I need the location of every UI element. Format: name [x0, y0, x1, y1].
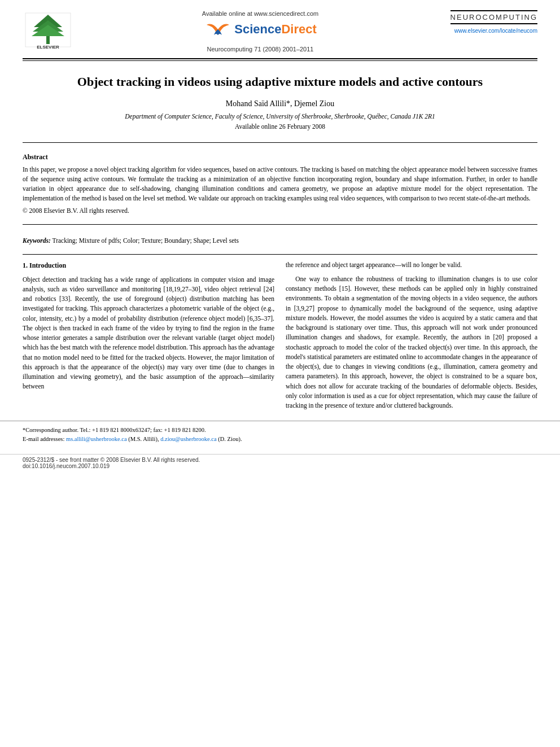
- keywords-section: Keywords: Tracking; Mixture of pdfs; Col…: [0, 230, 560, 248]
- email2-link[interactable]: d.ziou@usherbrooke.ca: [160, 436, 216, 442]
- issn-text: 0925-2312/$ - see front matter © 2008 El…: [23, 457, 200, 463]
- neurocomputing-label: Neurocomputing: [450, 10, 537, 24]
- abstract-text: In this paper, we propose a novel object…: [23, 165, 537, 204]
- svg-rect-1: [46, 36, 50, 44]
- intro-para-1: Object detection and tracking has a wide…: [23, 275, 274, 392]
- sciencedirect-text: ScienceDirect: [234, 22, 317, 37]
- keywords-line: Keywords: Tracking; Mixture of pdfs; Col…: [23, 237, 537, 244]
- email1-name: (M.S. Allili),: [128, 436, 159, 442]
- sd-bird-icon: [204, 19, 232, 39]
- left-column: 1. Introduction Object detection and tra…: [23, 260, 274, 416]
- elsevier-url[interactable]: www.elsevier.com/locate/neucom: [454, 28, 537, 34]
- main-content: 1. Introduction Object detection and tra…: [0, 260, 560, 416]
- abstract-section: Abstract In this paper, we propose a nov…: [0, 148, 560, 219]
- elsevier-logo-icon: ELSEVIER: [23, 10, 73, 50]
- intro-para-2: the reference and object target appearan…: [286, 260, 537, 270]
- footnote-corresponding: *Corresponding author. Tel.: +1 819 821 …: [23, 426, 537, 435]
- header: ELSEVIER Available online at www.science…: [0, 0, 560, 57]
- available-date: Available online 26 February 2008: [45, 123, 515, 130]
- svg-text:ELSEVIER: ELSEVIER: [37, 45, 59, 50]
- keywords-text: Tracking; Mixture of pdfs; Color; Textur…: [53, 237, 239, 244]
- bottom-strip: 0925-2312/$ - see front matter © 2008 El…: [0, 454, 560, 471]
- copyright: © 2008 Elsevier B.V. All rights reserved…: [23, 207, 537, 214]
- doi-text: doi:10.1016/j.neucom.2007.10.019: [23, 463, 110, 469]
- affiliation: Department of Computer Science, Faculty …: [45, 113, 515, 120]
- journal-info: Neurocomputing 71 (2008) 2001–2011: [207, 46, 314, 53]
- paper-title: Object tracking in videos using adaptive…: [45, 73, 515, 90]
- authors: Mohand Saïd Allili*, Djemel Ziou: [45, 99, 515, 108]
- introduction-heading: 1. Introduction: [23, 260, 274, 270]
- available-online-text: Available online at www.sciencedirect.co…: [202, 10, 318, 17]
- footnote-email: E-mail addresses: ms.allili@usherbrooke.…: [23, 435, 537, 444]
- title-section: Object tracking in videos using adaptive…: [0, 63, 560, 137]
- sciencedirect-area: Available online at www.sciencedirect.co…: [85, 10, 436, 53]
- keywords-label: Keywords:: [23, 237, 51, 244]
- email-label: E-mail addresses:: [23, 436, 64, 442]
- page: ELSEVIER Available online at www.science…: [0, 0, 560, 747]
- intro-para-3: One way to enhance the robustness of tra…: [286, 274, 537, 411]
- email1-link[interactable]: ms.allili@usherbrooke.ca: [66, 436, 127, 442]
- right-column: the reference and object target appearan…: [286, 260, 537, 416]
- title-divider: [23, 142, 537, 143]
- footnotes: *Corresponding author. Tel.: +1 819 821 …: [0, 421, 560, 448]
- journal-branding: Neurocomputing www.elsevier.com/locate/n…: [447, 10, 537, 34]
- abstract-divider: [23, 224, 537, 225]
- email2-name: (D. Ziou).: [218, 436, 242, 442]
- sciencedirect-logo: ScienceDirect: [204, 19, 317, 39]
- header-dividers: [0, 58, 560, 61]
- keywords-divider: [23, 254, 537, 255]
- elsevier-logo-area: ELSEVIER: [23, 10, 73, 50]
- abstract-heading: Abstract: [23, 153, 537, 161]
